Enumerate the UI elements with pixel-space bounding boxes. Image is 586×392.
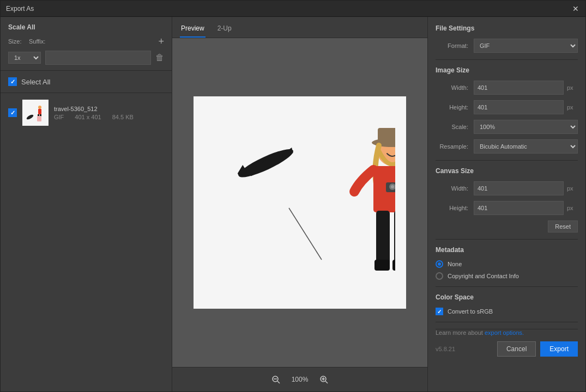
image-width-row: Width: px (436, 81, 578, 95)
divider-3 (436, 239, 578, 240)
select-all-label: Select All (21, 78, 50, 86)
svg-rect-23 (374, 260, 390, 271)
canvas-height-input[interactable] (474, 201, 564, 215)
reset-button[interactable]: Reset (548, 220, 578, 232)
color-space-title: Color Space (436, 293, 578, 301)
zoom-level: 100% (289, 376, 311, 383)
image-width-unit: px (567, 84, 578, 91)
zoom-in-icon (319, 375, 328, 384)
resample-row: Resample: Bicubic Automatic Bicubic Bili… (436, 139, 578, 154)
metadata-none-radio[interactable] (436, 260, 443, 268)
bottom-actions: v5.8.21 Cancel Export (436, 341, 578, 357)
learn-more-prefix: Learn more about (436, 329, 483, 336)
export-button[interactable]: Export (540, 341, 578, 357)
suffix-input[interactable] (45, 51, 151, 65)
canvas-width-row: Width: px (436, 181, 578, 195)
canvas-height-label: Height: (436, 205, 474, 211)
format-label: Format: (436, 42, 474, 49)
svg-rect-24 (392, 260, 395, 271)
metadata-copyright-radio[interactable] (436, 272, 443, 280)
scale-select[interactable]: 1x 0.5x 2x 3x (8, 52, 41, 64)
file-dimensions: 401 x 401 (75, 114, 101, 120)
svg-rect-3 (38, 109, 41, 114)
image-height-label: Height: (436, 104, 474, 111)
thumbnail-svg (23, 101, 47, 125)
convert-srgb-checkbox[interactable]: ✓ (436, 308, 443, 315)
divider-4 (436, 286, 578, 287)
image-scale-select[interactable]: 100% 50% 75% 150% 200% (474, 120, 578, 134)
svg-point-2 (38, 106, 41, 109)
learn-more-link[interactable]: export options. (485, 329, 524, 336)
suffix-label: Suffix: (29, 38, 154, 45)
cancel-button[interactable]: Cancel (497, 341, 536, 357)
preview-image-container (194, 96, 406, 309)
scale-title: Scale All (8, 23, 164, 31)
svg-rect-6 (37, 116, 41, 121)
window-title: Export As (6, 5, 34, 13)
right-panel-inner: File Settings Format: GIF PNG JPEG SVG W… (428, 17, 585, 364)
image-width-label: Width: (436, 84, 474, 91)
convert-srgb-row[interactable]: ✓ Convert to sRGB (436, 308, 578, 315)
zoom-in-button[interactable] (317, 373, 330, 386)
image-height-unit: px (567, 104, 578, 111)
image-size-title: Image Size (436, 66, 578, 74)
delete-scale-button[interactable]: 🗑 (155, 53, 164, 63)
image-height-row: Height: px (436, 100, 578, 114)
file-name: travel-5360_512 (54, 106, 164, 112)
size-label: Size: (8, 38, 25, 45)
list-item[interactable]: ✓ (1, 95, 172, 130)
divider-2 (436, 160, 578, 161)
metadata-none-row[interactable]: None (436, 260, 578, 268)
title-bar: Export As ✕ (1, 1, 585, 17)
right-panel: File Settings Format: GIF PNG JPEG SVG W… (427, 17, 585, 391)
image-scale-row: Scale: 100% 50% 75% 150% 200% (436, 120, 578, 134)
svg-point-20 (391, 185, 394, 188)
svg-line-38 (325, 381, 328, 383)
select-all-checkbox[interactable]: ✓ (8, 77, 17, 86)
image-width-input[interactable] (474, 81, 564, 95)
svg-line-34 (277, 381, 280, 383)
checkmark-icon: ✓ (10, 78, 15, 85)
resample-label: Resample: (436, 143, 474, 150)
svg-rect-15 (378, 128, 395, 143)
image-height-input[interactable] (474, 100, 564, 114)
metadata-title: Metadata (436, 246, 578, 254)
canvas-width-input[interactable] (474, 181, 564, 195)
file-thumbnail (22, 100, 49, 126)
divider-5 (436, 322, 578, 322)
center-panel: Preview 2-Up (172, 17, 427, 391)
convert-srgb-label: Convert to sRGB (448, 308, 493, 315)
divider-1 (436, 59, 578, 60)
add-scale-button[interactable]: + (158, 36, 164, 46)
file-settings-title: File Settings (436, 24, 578, 32)
scale-controls-row: 1x 0.5x 2x 3x 🗑 (8, 51, 164, 65)
image-scale-label: Scale: (436, 124, 474, 130)
resample-select[interactable]: Bicubic Automatic Bicubic Bilinear Neare… (474, 139, 578, 154)
zoom-out-button[interactable] (269, 373, 282, 386)
version-text: v5.8.21 (436, 346, 455, 352)
file-checkmark-icon: ✓ (10, 109, 15, 117)
select-all-row[interactable]: ✓ Select All (1, 71, 172, 93)
metadata-none-label: None (448, 261, 462, 267)
left-panel: Scale All Size: Suffix: + 1x 0.5x 2x 3x … (1, 17, 172, 391)
canvas-size-title: Canvas Size (436, 167, 578, 175)
close-button[interactable]: ✕ (571, 4, 580, 13)
format-select[interactable]: GIF PNG JPEG SVG WebP (474, 39, 578, 53)
scale-section: Scale All Size: Suffix: + 1x 0.5x 2x 3x … (1, 17, 172, 71)
main-content: Scale All Size: Suffix: + 1x 0.5x 2x 3x … (1, 17, 585, 391)
tab-preview[interactable]: Preview (180, 22, 206, 38)
file-format: GIF (54, 114, 64, 120)
svg-rect-7 (204, 102, 395, 303)
scale-labels-row: Size: Suffix: + (8, 36, 164, 46)
svg-rect-21 (376, 211, 390, 265)
file-info: travel-5360_512 GIF 401 x 401 84.5 KB (54, 106, 164, 120)
canvas-height-row: Height: px (436, 201, 578, 215)
canvas-width-label: Width: (436, 185, 474, 192)
canvas-height-unit: px (567, 205, 578, 211)
export-as-window: Export As ✕ Scale All Size: Suffix: + 1x… (0, 0, 586, 392)
metadata-copyright-label: Copyright and Contact Info (448, 273, 519, 279)
convert-checkmark-icon: ✓ (437, 309, 442, 315)
tab-2up[interactable]: 2-Up (216, 22, 233, 38)
metadata-copyright-row[interactable]: Copyright and Contact Info (436, 272, 578, 280)
file-checkbox[interactable]: ✓ (8, 108, 17, 117)
